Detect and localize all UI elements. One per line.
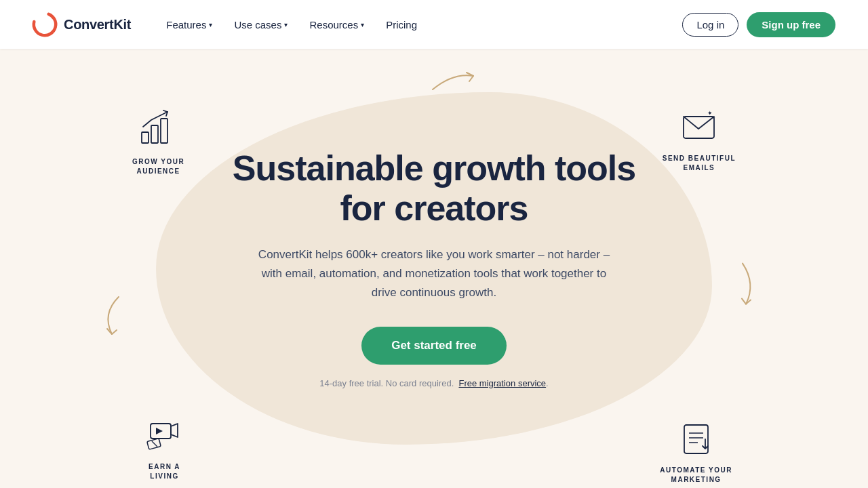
grow-label-line2: AUDIENCE xyxy=(132,167,184,176)
svg-rect-9 xyxy=(147,439,161,449)
nav-usecases[interactable]: Use cases ▾ xyxy=(226,14,296,36)
feature-earn: EARN A LIVING xyxy=(142,411,186,481)
svg-rect-2 xyxy=(151,125,158,143)
chevron-down-icon: ▾ xyxy=(209,21,212,28)
grow-audience-icon xyxy=(132,106,184,153)
earn-icon xyxy=(142,411,186,458)
automate-icon xyxy=(660,415,732,462)
svg-marker-8 xyxy=(171,424,178,437)
nav-pricing[interactable]: Pricing xyxy=(378,14,425,36)
chevron-down-icon: ▾ xyxy=(361,21,364,28)
logo-icon xyxy=(33,12,57,37)
svg-rect-11 xyxy=(684,425,708,453)
hero-title: Sustainable growth tools for creators xyxy=(231,148,637,230)
navbar: ConvertKit Features ▾ Use cases ▾ Resour… xyxy=(0,0,868,49)
nav-links: Features ▾ Use cases ▾ Resources ▾ Prici… xyxy=(158,14,682,36)
svg-rect-3 xyxy=(161,119,167,143)
hero-subtitle: ConvertKit helps 600k+ creators like you… xyxy=(258,245,610,302)
hero-section: GROW YOUR AUDIENCE ✦ ✦ SEND BEAUTIFUL EM… xyxy=(0,49,868,488)
earn-label-line1: EARN A xyxy=(142,462,186,472)
arrow-left-icon xyxy=(95,290,129,342)
svg-point-0 xyxy=(30,9,60,39)
svg-rect-1 xyxy=(142,132,149,143)
feature-grow-audience: GROW YOUR AUDIENCE xyxy=(132,106,184,176)
hero-content: Sustainable growth tools for creators Co… xyxy=(231,148,637,389)
hero-footnote: 14-day free trial. No card required. Fre… xyxy=(231,378,637,388)
feature-send-emails: ✦ ✦ SEND BEAUTIFUL EMAILS xyxy=(663,103,736,173)
nav-actions: Log in Sign up free xyxy=(682,12,835,37)
signup-button[interactable]: Sign up free xyxy=(747,12,835,37)
feature-automate: AUTOMATE YOUR MARKETING xyxy=(660,415,732,485)
send-emails-icon: ✦ ✦ xyxy=(663,103,736,150)
grow-label-line1: GROW YOUR xyxy=(132,157,184,167)
automate-label-line1: AUTOMATE YOUR xyxy=(660,466,732,475)
chevron-down-icon: ▾ xyxy=(284,21,288,28)
email-label-line1: SEND BEAUTIFUL xyxy=(663,154,736,163)
earn-label-line2: LIVING xyxy=(142,472,186,481)
brand-name: ConvertKit xyxy=(64,17,131,33)
cta-button[interactable]: Get started free xyxy=(361,327,507,365)
svg-marker-10 xyxy=(156,428,163,434)
automate-label-line2: MARKETING xyxy=(660,475,732,485)
login-button[interactable]: Log in xyxy=(682,13,738,37)
arrow-top-icon xyxy=(426,69,480,101)
svg-text:✦: ✦ xyxy=(712,116,715,120)
logo[interactable]: ConvertKit xyxy=(33,12,131,37)
migration-link[interactable]: Free migration service xyxy=(458,378,546,388)
footnote-text: 14-day free trial. No card required. xyxy=(319,378,454,388)
email-label-line2: EMAILS xyxy=(663,163,736,173)
arrow-right-icon xyxy=(732,257,760,316)
nav-features[interactable]: Features ▾ xyxy=(158,14,220,36)
nav-resources[interactable]: Resources ▾ xyxy=(301,14,372,36)
